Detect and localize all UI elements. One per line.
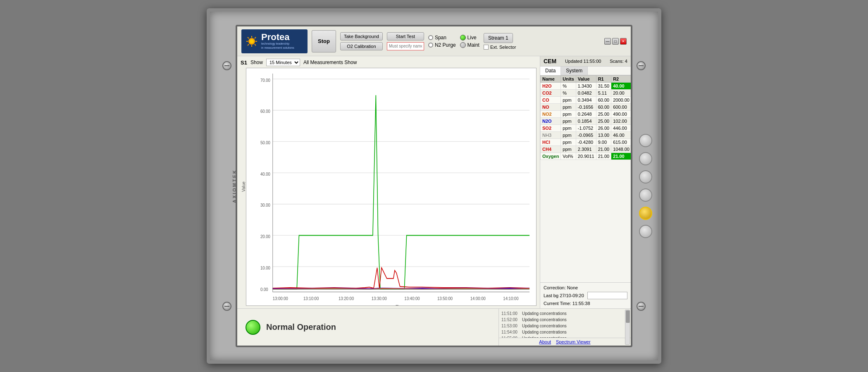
svg-text:Time: Time bbox=[396, 304, 404, 305]
minimize-button[interactable]: — bbox=[604, 38, 611, 45]
cell-r2: 600.00 bbox=[611, 104, 631, 111]
protea-sun-icon bbox=[246, 35, 258, 48]
svg-text:40.00: 40.00 bbox=[260, 171, 270, 176]
live-led-row: Live bbox=[460, 35, 479, 41]
cell-units: ppm bbox=[561, 146, 576, 153]
log-scrollbar[interactable] bbox=[625, 310, 630, 345]
status-area: Normal Operation bbox=[237, 309, 498, 346]
cell-units: ppm bbox=[561, 118, 576, 125]
svg-text:70.00: 70.00 bbox=[260, 77, 270, 83]
o2-calibration-button[interactable]: O2 Calibration bbox=[340, 42, 383, 50]
logo-text: Protea technology leadership in measurem… bbox=[261, 33, 294, 49]
col-header-name: Name bbox=[541, 76, 561, 83]
cell-name: NH3 bbox=[541, 132, 561, 139]
last-bg-label: Last bg 27/10-09:20 bbox=[544, 293, 584, 298]
right-btn-3[interactable] bbox=[639, 170, 652, 184]
svg-line-9 bbox=[248, 44, 249, 45]
live-maint-group: Live Maint bbox=[460, 35, 479, 48]
right-btn-5[interactable] bbox=[639, 207, 652, 220]
log-entry: 11:51:00Updating concentrations bbox=[501, 310, 628, 317]
stop-button[interactable]: Stop bbox=[312, 30, 336, 52]
maint-led bbox=[460, 42, 466, 48]
take-background-button[interactable]: Take Background bbox=[340, 32, 383, 41]
n2purge-radio[interactable] bbox=[428, 43, 433, 48]
stream-button[interactable]: Stream 1 bbox=[484, 33, 513, 43]
chart-stream-label: S1 bbox=[241, 60, 247, 66]
cell-value: -0.0965 bbox=[576, 132, 596, 139]
right-btn-2[interactable] bbox=[639, 152, 652, 165]
live-label: Live bbox=[467, 35, 477, 41]
status-led bbox=[246, 320, 260, 335]
svg-text:13:40:00: 13:40:00 bbox=[404, 296, 420, 301]
svg-text:0.00: 0.00 bbox=[260, 286, 268, 292]
cell-name: CO2 bbox=[541, 90, 561, 97]
cem-panel: CEM Updated 11:55:00 Scans: 4 Data Syste… bbox=[540, 56, 631, 308]
svg-text:13:20:00: 13:20:00 bbox=[339, 296, 354, 301]
chart-time-range-select[interactable]: 15 Minutes bbox=[266, 59, 300, 66]
maint-label: Maint bbox=[467, 42, 479, 48]
cell-r1: 25.00 bbox=[596, 118, 611, 125]
svg-text:14:00:00: 14:00:00 bbox=[470, 296, 486, 301]
live-led bbox=[460, 35, 466, 41]
span-radio[interactable] bbox=[428, 35, 433, 40]
maint-led-row: Maint bbox=[460, 42, 479, 48]
cell-units: % bbox=[561, 83, 576, 90]
col-header-value: Value bbox=[576, 76, 596, 83]
log-message: Updating concentrations bbox=[522, 323, 567, 329]
cell-units: ppm bbox=[561, 97, 576, 104]
cell-r1: 26.00 bbox=[596, 125, 611, 132]
cell-r1: 31.50 bbox=[596, 83, 611, 90]
span-label: Span bbox=[435, 35, 446, 41]
cell-value: -0.1656 bbox=[576, 104, 596, 111]
cem-data-table: Name Units Value R1 R2 H2O%1.343031.5040… bbox=[540, 75, 631, 160]
ext-selector-checkbox[interactable] bbox=[484, 45, 489, 50]
right-buttons bbox=[639, 134, 652, 238]
right-btn-6[interactable] bbox=[639, 225, 652, 238]
chart-show-label: Show bbox=[250, 60, 263, 65]
cell-r2: 446.00 bbox=[611, 125, 631, 132]
axiomtek-label: AXIOMTEK bbox=[232, 169, 237, 203]
table-row: OxygenVol%20.901121.0021.00 bbox=[541, 153, 631, 160]
maximize-button[interactable]: □ bbox=[612, 38, 619, 45]
test-name-input[interactable] bbox=[387, 42, 424, 50]
col-header-r2: R2 bbox=[611, 76, 631, 83]
cell-r1: 21.00 bbox=[596, 146, 611, 153]
correction-label: Correction: None bbox=[544, 285, 627, 290]
svg-line-6 bbox=[248, 37, 249, 38]
table-row: HClppm-0.42809.00615.00 bbox=[541, 139, 631, 146]
cell-name: HCl bbox=[541, 139, 561, 146]
svg-text:13:30:00: 13:30:00 bbox=[372, 296, 387, 301]
svg-text:20.00: 20.00 bbox=[260, 234, 270, 239]
cell-value: 1.3430 bbox=[576, 83, 596, 90]
col-header-r1: R1 bbox=[596, 76, 611, 83]
tab-data[interactable]: Data bbox=[540, 67, 561, 75]
log-scroll: 11:51:00Updating concentrations11:52:00U… bbox=[499, 309, 631, 338]
log-time: 11:53:00 bbox=[501, 323, 519, 329]
about-link[interactable]: About bbox=[539, 339, 551, 344]
cell-name: CH4 bbox=[541, 146, 561, 153]
log-scrollbar-thumb[interactable] bbox=[626, 310, 630, 323]
cell-r2: 21.00 bbox=[611, 153, 631, 160]
right-btn-4[interactable] bbox=[639, 188, 652, 202]
tab-system[interactable]: System bbox=[561, 67, 588, 75]
cell-value: 0.3494 bbox=[576, 97, 596, 104]
cell-r2: 46.00 bbox=[611, 132, 631, 139]
right-btn-1[interactable] bbox=[639, 134, 652, 147]
close-button[interactable]: ✕ bbox=[620, 38, 627, 45]
start-test-button[interactable]: Start Test bbox=[387, 32, 424, 41]
cell-r1: 5.11 bbox=[596, 90, 611, 97]
table-row: CH4ppm2.309121.001048.00 bbox=[541, 146, 631, 153]
header: Protea technology leadership in measurem… bbox=[237, 26, 631, 56]
screw-bottom-left bbox=[222, 302, 231, 311]
spectrum-viewer-link[interactable]: Spectrum Viewer bbox=[556, 339, 591, 344]
cell-name: CO bbox=[541, 97, 561, 104]
log-area: 11:51:00Updating concentrations11:52:00U… bbox=[498, 309, 631, 346]
status-text: Normal Operation bbox=[266, 322, 336, 332]
start-test-area: Start Test bbox=[387, 32, 424, 50]
ext-selector-label: Ext. Selector bbox=[490, 45, 516, 50]
cell-value: 0.2648 bbox=[576, 111, 596, 118]
cem-title: CEM bbox=[544, 58, 556, 64]
cell-value: 0.0482 bbox=[576, 90, 596, 97]
last-bg-value-box bbox=[587, 292, 627, 299]
svg-point-1 bbox=[250, 39, 254, 43]
